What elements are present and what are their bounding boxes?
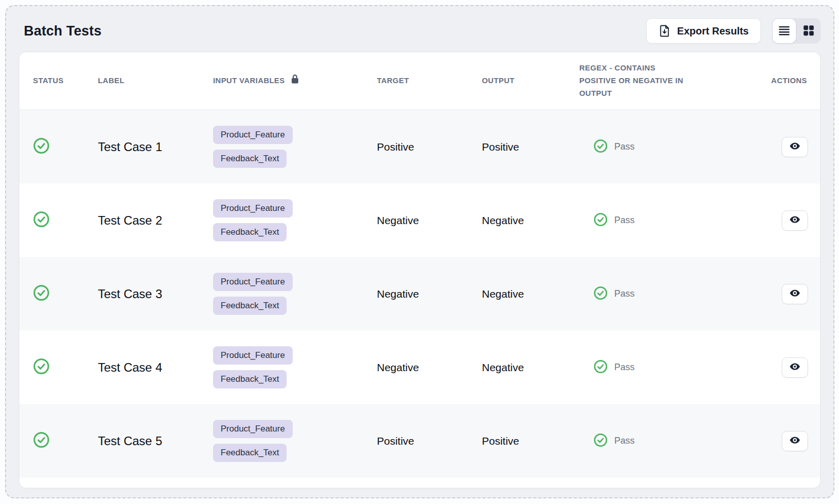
input-variable-pill: Product_Feature xyxy=(213,126,293,144)
target-value: Positive xyxy=(377,141,482,153)
grid-view-icon xyxy=(802,24,815,39)
output-value: Negative xyxy=(482,214,579,227)
header-actions: Export Results xyxy=(646,18,821,44)
grid-view-button[interactable] xyxy=(796,18,821,44)
actions-cell xyxy=(707,210,808,231)
table-row-test-case-4: Test Case 4 Product_Feature Feedback_Tex… xyxy=(19,331,820,404)
pass-check-icon xyxy=(593,433,608,449)
view-details-button[interactable] xyxy=(782,284,808,304)
pass-check-icon xyxy=(593,139,608,155)
pass-label: Pass xyxy=(614,289,635,299)
input-variable-pill: Product_Feature xyxy=(213,420,293,438)
actions-cell xyxy=(707,431,808,451)
status-check-icon xyxy=(33,284,98,303)
status-check-icon xyxy=(33,431,98,450)
output-value: Positive xyxy=(482,435,579,447)
input-variables-cell: Product_Feature Feedback_Text xyxy=(213,189,377,251)
input-variable-pill: Feedback_Text xyxy=(213,150,287,168)
input-variables-cell: Product_Feature Feedback_Text xyxy=(213,336,377,399)
eye-icon xyxy=(788,435,801,447)
export-results-button[interactable]: Export Results xyxy=(646,18,761,44)
eye-icon xyxy=(788,140,801,153)
batch-tests-panel: Batch Tests Export Results xyxy=(5,5,834,498)
table-row-test-case-3: Test Case 3 Product_Feature Feedback_Tex… xyxy=(19,257,820,331)
pass-check-icon xyxy=(593,359,608,376)
output-value: Negative xyxy=(482,288,579,300)
input-variable-pill: Feedback_Text xyxy=(213,444,287,462)
input-variables-cell: Product_Feature Feedback_Text xyxy=(213,116,377,178)
test-case-label: Test Case 1 xyxy=(98,140,213,154)
pass-check-icon xyxy=(593,286,608,302)
regex-result-cell: Pass xyxy=(579,212,707,229)
input-variable-pill: Feedback_Text xyxy=(213,223,287,241)
pass-label: Pass xyxy=(614,436,635,446)
actions-cell xyxy=(707,137,808,157)
status-check-icon xyxy=(33,211,98,230)
regex-result-cell: Pass xyxy=(579,359,707,376)
input-variables-cell: Product_Feature Feedback_Text xyxy=(213,263,377,325)
input-variable-pill: Product_Feature xyxy=(213,273,293,291)
column-header-output: OUTPUT xyxy=(482,75,579,87)
table-row-test-case-1: Test Case 1 Product_Feature Feedback_Tex… xyxy=(19,110,820,184)
column-header-actions: ACTIONS xyxy=(707,75,808,87)
regex-result-cell: Pass xyxy=(579,139,707,155)
pass-label: Pass xyxy=(614,362,635,373)
input-variables-cell: Product_Feature Feedback_Text xyxy=(213,410,377,472)
screen: Batch Tests Export Results xyxy=(0,0,839,504)
test-case-label: Test Case 3 xyxy=(98,287,213,301)
column-header-status: STATUS xyxy=(33,75,98,87)
column-header-regex: REGEX - CONTAINS POSITIVE OR NEGATIVE IN… xyxy=(579,62,690,99)
test-case-label: Test Case 2 xyxy=(98,213,213,228)
view-details-button[interactable] xyxy=(782,431,808,451)
target-value: Positive xyxy=(377,435,482,447)
list-view-icon xyxy=(778,24,791,39)
actions-cell xyxy=(707,357,808,378)
eye-icon xyxy=(788,287,801,300)
column-header-input-variables: INPUT VARIABLES xyxy=(213,74,377,88)
list-view-button[interactable] xyxy=(772,18,796,44)
input-variable-pill: Product_Feature xyxy=(213,346,293,365)
regex-result-cell: Pass xyxy=(579,433,707,449)
input-variable-pill: Feedback_Text xyxy=(213,370,287,388)
output-value: Positive xyxy=(482,141,579,153)
regex-result-cell: Pass xyxy=(579,286,707,302)
view-mode-toggle xyxy=(772,18,821,44)
pass-check-icon xyxy=(593,212,608,229)
target-value: Negative xyxy=(377,214,482,227)
column-header-label: LABEL xyxy=(98,75,213,87)
export-results-label: Export Results xyxy=(677,25,749,37)
view-details-button[interactable] xyxy=(782,210,808,231)
eye-icon xyxy=(788,361,801,374)
page-title: Batch Tests xyxy=(24,23,101,39)
column-header-target: TARGET xyxy=(377,75,482,87)
table-row-test-case-2: Test Case 2 Product_Feature Feedback_Tex… xyxy=(19,184,820,257)
input-variable-pill: Feedback_Text xyxy=(213,297,287,315)
test-case-label: Test Case 4 xyxy=(98,361,213,375)
target-value: Negative xyxy=(377,362,482,374)
status-check-icon xyxy=(33,358,98,377)
output-value: Negative xyxy=(482,362,579,374)
file-download-icon xyxy=(658,24,671,38)
pass-label: Pass xyxy=(614,141,635,152)
view-details-button[interactable] xyxy=(782,357,808,378)
table-header-row: STATUS LABEL INPUT VARIABLES TARGET OUTP… xyxy=(19,52,820,110)
lock-icon xyxy=(291,74,299,88)
eye-icon xyxy=(788,214,801,227)
panel-header: Batch Tests Export Results xyxy=(19,18,821,44)
pass-label: Pass xyxy=(614,215,635,226)
test-case-label: Test Case 5 xyxy=(98,434,213,448)
view-details-button[interactable] xyxy=(782,137,808,157)
batch-tests-table: STATUS LABEL INPUT VARIABLES TARGET OUTP… xyxy=(19,52,821,488)
actions-cell xyxy=(707,284,808,304)
target-value: Negative xyxy=(377,288,482,300)
input-variable-pill: Product_Feature xyxy=(213,199,293,218)
status-check-icon xyxy=(33,137,98,156)
input-variables-header-label: INPUT VARIABLES xyxy=(213,75,285,87)
table-row-test-case-5: Test Case 5 Product_Feature Feedback_Tex… xyxy=(19,404,820,478)
